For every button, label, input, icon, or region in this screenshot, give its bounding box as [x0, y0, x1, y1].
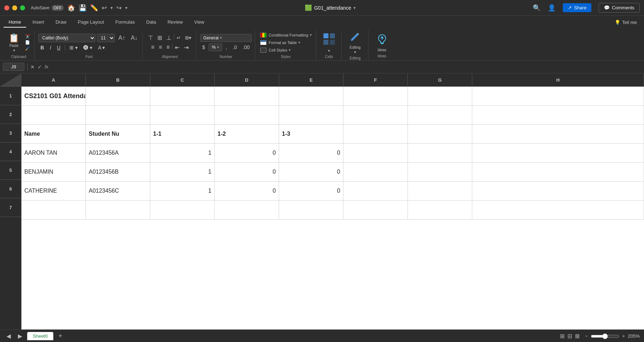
paste-button[interactable]: 📋 Paste ▾: [6, 32, 22, 54]
share-button[interactable]: ↗ Share: [563, 3, 591, 12]
currency-button[interactable]: $: [200, 43, 207, 51]
row-header-2[interactable]: 2: [0, 105, 21, 124]
col-header-d[interactable]: D: [215, 73, 279, 86]
align-right-button[interactable]: ≡: [165, 43, 171, 52]
zoom-in-button[interactable]: +: [622, 333, 625, 339]
cell-h7[interactable]: [472, 201, 644, 219]
align-middle-button[interactable]: ⊞: [156, 34, 164, 42]
font-selector[interactable]: Calibri (Body): [38, 34, 96, 42]
cell-c2[interactable]: [150, 106, 215, 124]
increase-font-size-button[interactable]: A↑: [116, 34, 127, 42]
cell-f7[interactable]: [343, 201, 408, 219]
editing-group[interactable]: Editing ▾ Editing: [342, 30, 369, 60]
number-format-dropdown[interactable]: ▾: [220, 36, 222, 40]
paste-dropdown[interactable]: ▾: [13, 48, 15, 52]
cell-d7[interactable]: [215, 201, 279, 219]
cell-e4[interactable]: 0: [279, 144, 343, 162]
row-header-6[interactable]: 6: [0, 180, 21, 198]
col-header-c[interactable]: C: [150, 73, 215, 86]
zoom-slider[interactable]: [591, 333, 619, 339]
maximize-button[interactable]: [20, 5, 25, 10]
cell-f5[interactable]: [343, 163, 408, 181]
cell-f3[interactable]: [343, 125, 408, 143]
cell-c7[interactable]: [150, 201, 215, 219]
cell-g2[interactable]: [408, 106, 472, 124]
formula-input[interactable]: [51, 64, 641, 69]
cell-f6[interactable]: [343, 182, 408, 200]
col-header-f[interactable]: F: [343, 73, 408, 86]
cell-d5[interactable]: 0: [215, 163, 279, 181]
confirm-formula-icon[interactable]: ✓: [38, 64, 42, 70]
row-header-4[interactable]: 4: [0, 143, 21, 161]
cell-h2[interactable]: [472, 106, 644, 124]
col-header-g[interactable]: G: [408, 73, 472, 86]
cell-g1[interactable]: [408, 87, 472, 105]
next-sheet-button[interactable]: ▶: [16, 332, 24, 340]
merge-button[interactable]: ⊞▾: [183, 34, 193, 42]
cell-f4[interactable]: [343, 144, 408, 162]
cell-styles-dropdown[interactable]: ▾: [289, 48, 291, 52]
font-size-selector[interactable]: 11: [97, 34, 115, 42]
col-header-h[interactable]: H: [472, 73, 644, 86]
page-break-view-icon[interactable]: ⊠: [575, 333, 580, 339]
tab-view[interactable]: View: [189, 17, 209, 28]
decrease-decimal-button[interactable]: .0: [231, 43, 239, 51]
col-header-b[interactable]: B: [86, 73, 150, 86]
cell-e2[interactable]: [279, 106, 343, 124]
fill-color-button[interactable]: 🅐 ▾: [81, 44, 94, 52]
cell-b4[interactable]: A0123456A: [86, 144, 150, 162]
cell-b5[interactable]: A0123456B: [86, 163, 150, 181]
cell-h5[interactable]: [472, 163, 644, 181]
tell-me[interactable]: 💡 Tell me: [611, 18, 640, 27]
cell-d4[interactable]: 0: [215, 144, 279, 162]
cell-b7[interactable]: [86, 201, 150, 219]
row-header-5[interactable]: 5: [0, 161, 21, 180]
align-bottom-button[interactable]: ⊥: [165, 34, 173, 42]
corner-cell[interactable]: [0, 73, 21, 86]
cell-f2[interactable]: [343, 106, 408, 124]
redo-icon[interactable]: ↪: [116, 4, 122, 12]
sheet-tab-sheet0[interactable]: Sheet0: [27, 332, 53, 340]
cell-b3[interactable]: Student Nu: [86, 125, 150, 143]
ideas-button[interactable]: Ideas: [374, 32, 391, 53]
cell-e5[interactable]: 0: [279, 163, 343, 181]
tab-home[interactable]: Home: [4, 17, 26, 28]
comments-button[interactable]: 💬 Comments: [599, 3, 640, 13]
format-as-table-button[interactable]: Format as Table ▾: [259, 39, 313, 46]
page-layout-view-icon[interactable]: ⊟: [567, 333, 572, 339]
cancel-formula-icon[interactable]: ✕: [30, 64, 35, 70]
home-icon[interactable]: 🏠: [67, 4, 75, 12]
font-color-button[interactable]: A ▾: [96, 44, 107, 52]
cell-g6[interactable]: [408, 182, 472, 200]
cell-a1[interactable]: CS2101 G01 Attendance Sheet: [21, 87, 86, 105]
close-button[interactable]: [4, 5, 9, 10]
cell-f1[interactable]: [343, 87, 408, 105]
add-sheet-button[interactable]: +: [56, 332, 64, 341]
increase-indent-button[interactable]: ⇥: [182, 43, 190, 52]
ideas-group[interactable]: Ideas Ideas: [369, 30, 395, 60]
edit-icon[interactable]: ✏️: [90, 4, 98, 12]
cell-a6[interactable]: CATHERINE: [21, 182, 86, 200]
file-title-dropdown[interactable]: ▾: [353, 5, 356, 10]
cell-d3[interactable]: 1-2: [215, 125, 279, 143]
format-as-table-dropdown[interactable]: ▾: [298, 40, 300, 44]
cell-styles-button[interactable]: Cell Styles ▾: [259, 47, 313, 53]
cell-a3[interactable]: Name: [21, 125, 86, 143]
increase-decimal-button[interactable]: .00: [240, 43, 252, 51]
wrap-text-button[interactable]: ↵: [175, 34, 182, 42]
cell-a4[interactable]: AARON TAN: [21, 144, 86, 162]
copy-button[interactable]: 📄: [24, 40, 31, 45]
tab-page-layout[interactable]: Page Layout: [73, 17, 109, 28]
decrease-indent-button[interactable]: ⇤: [173, 43, 181, 52]
col-header-e[interactable]: E: [279, 73, 343, 86]
align-left-button[interactable]: ≡: [149, 43, 156, 52]
borders-button[interactable]: ⊞ ▾: [67, 44, 80, 52]
normal-view-icon[interactable]: ⊞: [560, 333, 565, 339]
cell-c1[interactable]: [150, 87, 215, 105]
cell-g5[interactable]: [408, 163, 472, 181]
cell-b2[interactable]: [86, 106, 150, 124]
profile-icon[interactable]: 👤: [548, 4, 556, 12]
cell-c4[interactable]: 1: [150, 144, 215, 162]
cell-g3[interactable]: [408, 125, 472, 143]
col-header-a[interactable]: A: [21, 73, 86, 86]
